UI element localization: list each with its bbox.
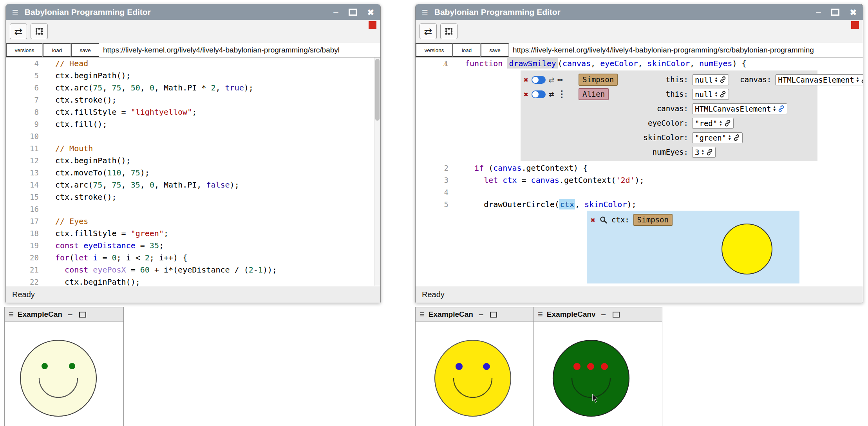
- line-number: 2: [416, 162, 455, 174]
- stepper-icon[interactable]: ▲▼: [702, 149, 703, 155]
- minimize-button[interactable]: –: [333, 7, 338, 17]
- swap-arrows-button[interactable]: ⇄: [10, 23, 27, 39]
- maximize-button[interactable]: [79, 312, 86, 318]
- code-token: [465, 175, 484, 185]
- remove-example-button[interactable]: ✖: [524, 90, 528, 98]
- code-text: let ctx = canvas.getContext('2d');: [455, 174, 863, 186]
- code-line: 5 drawOuterCircle(ctx, skinColor);: [416, 199, 863, 211]
- hamburger-menu-icon[interactable]: ≡: [422, 7, 428, 18]
- code-token: ,: [140, 83, 150, 92]
- code-line: 20for(let i = 0; i < 2; i++) {: [6, 252, 380, 264]
- stepper-icon[interactable]: ▲▼: [715, 91, 717, 97]
- param-value-input[interactable]: "green"▲▼: [692, 132, 743, 143]
- swap-arrows-button[interactable]: ⇄: [549, 75, 554, 84]
- tab-versions[interactable]: versions: [416, 43, 452, 57]
- frame-select-button[interactable]: [31, 23, 48, 39]
- example-toggle[interactable]: [532, 90, 546, 98]
- scrollbar-thumb[interactable]: [375, 59, 380, 121]
- tab-load[interactable]: load: [43, 43, 71, 57]
- stepper-down-icon: ▼: [720, 123, 722, 126]
- hamburger-menu-icon[interactable]: ≡: [9, 310, 14, 319]
- link-icon[interactable]: [778, 105, 785, 112]
- smiley-face-canvas[interactable]: [5, 322, 123, 426]
- url-field[interactable]: https://lively-kernel.org/lively4/lively…: [509, 43, 863, 57]
- param-value-input[interactable]: null▲▼: [692, 74, 729, 85]
- vertical-scrollbar[interactable]: [374, 58, 380, 286]
- code-token: );: [627, 200, 636, 209]
- url-bar: versions load save https://lively-kernel…: [416, 43, 863, 58]
- link-icon[interactable]: [733, 134, 740, 141]
- hamburger-menu-icon[interactable]: ≡: [420, 310, 425, 319]
- stepper-icon[interactable]: ▲▼: [729, 135, 731, 141]
- code-editor[interactable]: 4// Head5ctx.beginPath();6ctx.arc(75, 75…: [6, 58, 380, 286]
- param-value-input[interactable]: HTMLCanvasElement▲▼: [775, 74, 863, 85]
- code-text: // Mouth: [45, 143, 380, 155]
- magnifier-icon[interactable]: [599, 216, 608, 224]
- smiley-canvas-area[interactable]: [5, 322, 123, 426]
- canvas-window-1: ≡ ExampleCan –: [4, 307, 124, 426]
- maximize-button[interactable]: [831, 9, 839, 16]
- code-token: false: [206, 180, 230, 190]
- code-token: if: [474, 163, 484, 173]
- smiley-face-canvas[interactable]: [416, 322, 533, 426]
- swap-arrows-button[interactable]: ⇄: [420, 23, 437, 39]
- code-editor[interactable]: 1⚠function drawSmiley(canvas, eyeColor, …: [416, 58, 863, 286]
- line-number: 18: [6, 227, 45, 240]
- example-name-badge[interactable]: Simpson: [579, 74, 618, 86]
- stepper-icon[interactable]: ▲▼: [715, 77, 717, 83]
- frame-select-button[interactable]: [440, 23, 458, 39]
- link-icon[interactable]: [720, 76, 726, 83]
- window-title: Babylonian Programming Editor: [25, 7, 327, 17]
- window-title: ExampleCan: [429, 310, 473, 319]
- line-number: 1⚠: [416, 58, 455, 70]
- smiley-face-canvas[interactable]: [534, 322, 661, 426]
- example-toggle[interactable]: [532, 76, 546, 84]
- window-controls: – ✖: [333, 7, 374, 17]
- remove-example-button[interactable]: ✖: [524, 76, 528, 84]
- example-menu-button[interactable]: ⋯: [557, 75, 563, 84]
- minimize-button[interactable]: –: [816, 7, 821, 17]
- link-icon[interactable]: [720, 91, 726, 97]
- minimize-button[interactable]: –: [479, 310, 483, 319]
- link-icon[interactable]: [706, 149, 713, 155]
- tab-load[interactable]: load: [452, 43, 481, 57]
- tab-save[interactable]: save: [481, 43, 509, 57]
- line-number: 17: [6, 215, 45, 227]
- param-value: "green": [695, 133, 726, 143]
- url-field[interactable]: https://lively-kernel.org/lively4/lively…: [99, 43, 380, 57]
- code-text: function drawSmiley(canvas, eyeColor, sk…: [455, 58, 863, 70]
- frame-select-icon: [444, 27, 454, 36]
- example-menu-button[interactable]: ⋮: [557, 90, 566, 99]
- minimize-button[interactable]: –: [68, 310, 72, 319]
- tab-save[interactable]: save: [71, 43, 99, 57]
- maximize-button[interactable]: [613, 312, 620, 318]
- remove-probe-button[interactable]: ✖: [591, 216, 595, 224]
- param-value-input[interactable]: 3▲▼: [692, 147, 716, 158]
- param-value-input[interactable]: "red"▲▼: [692, 118, 734, 129]
- swap-arrows-button[interactable]: ⇄: [549, 90, 554, 99]
- hamburger-menu-icon[interactable]: ≡: [538, 310, 543, 319]
- close-button[interactable]: ✖: [367, 8, 374, 16]
- link-icon[interactable]: [724, 120, 731, 126]
- code-token: eyeDistance: [83, 241, 135, 250]
- param-value-input[interactable]: HTMLCanvasElement▲▼: [692, 103, 787, 114]
- link-icon[interactable]: [861, 76, 863, 83]
- code-token: , Math.PI,: [154, 180, 206, 190]
- example-name-badge[interactable]: Simpson: [633, 214, 673, 226]
- maximize-button[interactable]: [490, 312, 497, 318]
- stepper-icon[interactable]: ▲▼: [720, 120, 722, 126]
- maximize-button[interactable]: [349, 9, 357, 16]
- example-name-badge[interactable]: Alien: [579, 88, 609, 100]
- hamburger-menu-icon[interactable]: ≡: [12, 7, 18, 18]
- smiley-canvas-area[interactable]: [534, 322, 662, 426]
- example-fields: canvas:HTMLCanvasElement▲▼: [631, 103, 787, 115]
- close-button[interactable]: ✖: [850, 8, 857, 16]
- minimize-button[interactable]: –: [601, 310, 606, 319]
- stepper-icon[interactable]: ▲▼: [857, 77, 859, 83]
- param-value-input[interactable]: null▲▼: [692, 89, 729, 100]
- smiley-canvas-area[interactable]: [416, 322, 534, 426]
- code-token: eyeColor: [600, 59, 638, 68]
- tab-versions[interactable]: versions: [6, 43, 43, 57]
- stepper-icon[interactable]: ▲▼: [773, 106, 775, 112]
- code-line: ✖⇄⋯Simpsonthis:null▲▼canvas:HTMLCanvasEl…: [416, 70, 863, 162]
